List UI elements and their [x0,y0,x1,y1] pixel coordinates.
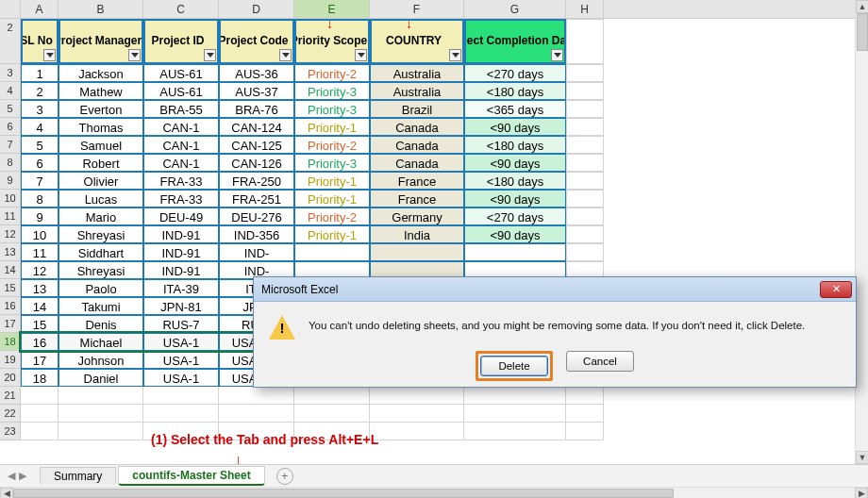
cell-empty[interactable] [566,136,604,154]
cell-empty[interactable] [566,423,604,440]
row-header-6[interactable]: 6 [0,118,21,136]
cell-empty[interactable] [566,82,604,100]
cell-empty[interactable] [370,423,464,440]
cell-scope[interactable]: Priority-2 [294,208,370,225]
cell-empty[interactable] [566,64,604,82]
cell-pid[interactable]: IND-91 [143,225,219,243]
filter-icon[interactable] [355,49,367,61]
filter-icon[interactable] [43,49,56,61]
filter-icon[interactable] [204,49,216,61]
cell-pcode[interactable]: FRA-251 [219,190,294,208]
cell-pid[interactable]: CAN-1 [143,118,219,136]
cell-scope[interactable]: Priority-3 [294,154,370,172]
tab-nav-next-icon[interactable]: ▶ [19,470,26,482]
cell-pcode[interactable]: AUS-37 [219,82,294,100]
cell-empty[interactable] [566,100,604,118]
filter-icon[interactable] [279,49,292,61]
cell-pid[interactable]: USA-1 [143,351,219,369]
cell-pid[interactable]: IND-91 [143,261,219,279]
cell-sl[interactable]: 18 [21,369,58,387]
cell-manager[interactable]: Mario [58,208,143,225]
cell-pcode[interactable]: CAN-124 [219,118,294,136]
vscroll-thumb[interactable] [857,13,868,51]
cell-empty[interactable] [566,208,604,225]
cell-pcode[interactable]: IND-356 [219,225,294,243]
cell-empty[interactable] [464,423,566,440]
cell-days[interactable]: <180 days [464,82,566,100]
cell-pcode[interactable]: BRA-76 [219,100,294,118]
cell-empty[interactable] [566,225,604,243]
cell-empty[interactable] [464,405,566,423]
cell-pid[interactable]: USA-1 [143,333,219,351]
cell-days[interactable]: <90 days [464,118,566,136]
cell-manager[interactable]: Johnson [58,351,143,369]
cell-country[interactable]: Canada [370,136,464,154]
scroll-left-icon[interactable]: ◀ [0,488,13,498]
cell-pid[interactable]: ITA-39 [143,279,219,297]
cell-empty[interactable] [219,405,294,423]
row-header-20[interactable]: 20 [0,369,21,387]
cell-pid[interactable]: CAN-1 [143,154,219,172]
dialog-close-button[interactable]: ✕ [820,281,852,298]
cell-country[interactable]: Canada [370,118,464,136]
row-header-2[interactable]: 2 [0,19,21,64]
col-header-H[interactable]: H [566,0,604,18]
row-header-21[interactable]: 21 [0,387,21,405]
cell-empty[interactable] [58,387,143,405]
row-header-18[interactable]: 18 [0,333,21,351]
col-header-C[interactable]: C [143,0,219,18]
filter-icon[interactable] [128,49,141,61]
cell-pcode[interactable]: FRA-250 [219,172,294,190]
cell-pid[interactable]: CAN-1 [143,136,219,154]
cell-sl[interactable]: 6 [21,154,58,172]
cell-sl[interactable]: 13 [21,279,58,297]
cell-manager[interactable]: Samuel [58,136,143,154]
cell-pid[interactable]: IND-91 [143,243,219,261]
cell-manager[interactable]: Everton [58,100,143,118]
cell-manager[interactable]: Paolo [58,279,143,297]
cell-country[interactable] [370,243,464,261]
hdr-pcode[interactable]: Project Code [219,19,294,64]
cell-pcode[interactable]: CAN-125 [219,136,294,154]
cell-country[interactable]: Australia [370,64,464,82]
cell-pid[interactable]: FRA-33 [143,190,219,208]
cell-manager[interactable]: Lucas [58,190,143,208]
tab-summary[interactable]: Summary [40,467,116,485]
cell-days[interactable]: <270 days [464,208,566,225]
row-header-4[interactable]: 4 [0,82,21,100]
cell-country[interactable]: France [370,172,464,190]
cell-sl[interactable]: 1 [21,64,58,82]
cell-scope[interactable]: Priority-2 [294,136,370,154]
cell-sl[interactable]: 11 [21,243,58,261]
cell-sl[interactable]: 8 [21,190,58,208]
cell-pid[interactable]: DEU-49 [143,208,219,225]
cell-empty[interactable] [566,405,604,423]
cell-manager[interactable]: Mathew [58,82,143,100]
row-header-3[interactable]: 3 [0,64,21,82]
cell-sl[interactable]: 14 [21,297,58,315]
cancel-button[interactable]: Cancel [566,351,634,372]
cell-sl[interactable]: 12 [21,261,58,279]
cell-scope[interactable] [294,243,370,261]
cell-empty[interactable] [143,405,219,423]
cell-pid[interactable]: AUS-61 [143,64,219,82]
cell-manager[interactable]: Shreyasi [58,225,143,243]
vertical-scrollbar[interactable]: ▲ ▼ [855,0,868,464]
cell-sl[interactable]: 15 [21,315,58,333]
scroll-up-icon[interactable]: ▲ [856,0,868,13]
cell-scope[interactable]: Priority-1 [294,172,370,190]
hscroll-thumb[interactable] [13,489,674,498]
row-header-12[interactable]: 12 [0,225,21,243]
cell-empty[interactable] [294,405,370,423]
cell-manager[interactable]: Robert [58,154,143,172]
cell-manager[interactable]: Olivier [58,172,143,190]
row-header-7[interactable]: 7 [0,136,21,154]
cell-days[interactable]: <270 days [464,64,566,82]
cell-country[interactable]: Germany [370,208,464,225]
cell-pid[interactable]: AUS-61 [143,82,219,100]
scroll-down-icon[interactable]: ▼ [856,451,868,464]
row-header-13[interactable]: 13 [0,243,21,261]
cell-country[interactable]: Brazil [370,100,464,118]
cell-days[interactable]: <180 days [464,136,566,154]
cell-days[interactable]: <180 days [464,172,566,190]
